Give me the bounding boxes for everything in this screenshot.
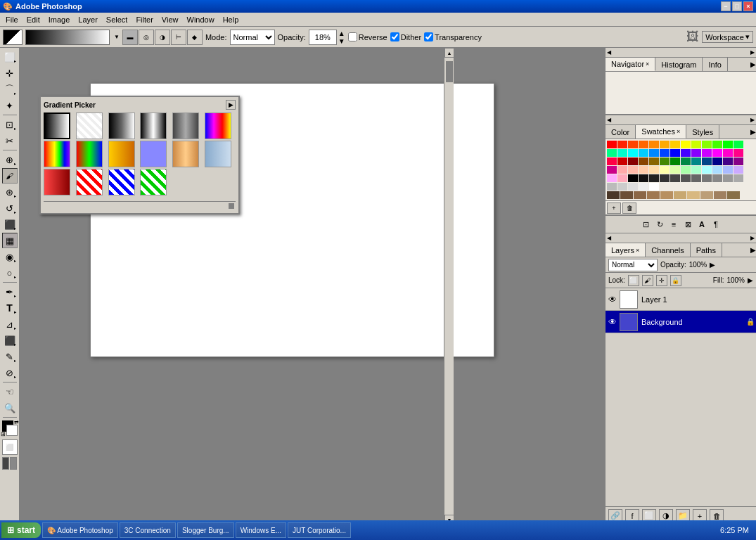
taskbar-item-photoshop[interactable]: 🎨 Adobe Photoshop bbox=[42, 522, 118, 538]
swatch[interactable] bbox=[723, 174, 733, 182]
vscroll-track[interactable] bbox=[444, 58, 454, 515]
fill-arrow[interactable]: ▶ bbox=[748, 276, 753, 284]
swatch-magenta[interactable] bbox=[712, 149, 722, 157]
tab-paths[interactable]: Paths bbox=[691, 243, 722, 257]
swatch[interactable] bbox=[617, 174, 627, 182]
swatch[interactable] bbox=[607, 183, 617, 191]
swatch-brown-10[interactable] bbox=[727, 191, 740, 199]
tab-swatches[interactable]: Swatches × bbox=[636, 125, 686, 139]
workspace-button[interactable]: Workspace ▾ bbox=[702, 31, 753, 43]
swatch[interactable] bbox=[712, 174, 722, 182]
swatch-blue[interactable] bbox=[670, 149, 680, 157]
swatch[interactable] bbox=[660, 149, 669, 157]
swatch[interactable] bbox=[649, 141, 659, 148]
menu-edit[interactable]: Edit bbox=[23, 14, 44, 25]
swatch-brown-6[interactable] bbox=[674, 191, 686, 199]
swatch[interactable] bbox=[660, 174, 669, 182]
reverse-checkbox-label[interactable]: Reverse bbox=[348, 32, 387, 41]
menu-window[interactable]: Window bbox=[183, 14, 219, 25]
dither-checkbox[interactable] bbox=[390, 32, 399, 41]
swatch-brown-5[interactable] bbox=[660, 191, 673, 199]
swatch[interactable] bbox=[702, 149, 712, 157]
mid-tool-text[interactable]: A bbox=[696, 217, 708, 231]
lasso-tool[interactable]: ⌒▸ bbox=[2, 82, 18, 97]
pen-tool[interactable]: ✒▸ bbox=[2, 284, 18, 300]
standard-screen-btn[interactable] bbox=[2, 457, 9, 470]
swatch[interactable] bbox=[733, 158, 743, 165]
eyedropper-tool[interactable]: ⊘▸ bbox=[2, 365, 18, 380]
opacity-up[interactable]: ▲ bbox=[338, 30, 345, 37]
zoom-tool[interactable]: 🔍 bbox=[2, 400, 18, 416]
switch-colors-icon[interactable]: ⇄ bbox=[14, 419, 19, 425]
swatch[interactable] bbox=[712, 141, 722, 148]
tab-histogram[interactable]: Histogram bbox=[655, 58, 703, 71]
swatch-red[interactable] bbox=[607, 141, 617, 148]
swatch[interactable] bbox=[681, 166, 691, 174]
gradient-angle-btn[interactable]: ◑ bbox=[155, 30, 170, 45]
taskbar-item-slogger[interactable]: Slogger Burg... bbox=[177, 522, 234, 538]
top-panel-collapse-left-arrow[interactable]: ◀ bbox=[607, 49, 611, 56]
foreground-bg-swatch[interactable] bbox=[3, 30, 23, 45]
menu-select[interactable]: Select bbox=[102, 14, 132, 25]
taskbar-item-jut[interactable]: JUT Corporatio... bbox=[288, 522, 351, 538]
taskbar-item-3c[interactable]: 3C Connection bbox=[120, 522, 176, 538]
quick-mask-btn[interactable]: ⬜ bbox=[2, 439, 18, 455]
close-button[interactable]: × bbox=[743, 1, 753, 11]
swatch[interactable] bbox=[723, 158, 733, 165]
swatch[interactable] bbox=[617, 166, 627, 174]
mode-select[interactable]: Normal Dissolve Multiply bbox=[230, 30, 275, 45]
swatch[interactable] bbox=[617, 149, 627, 157]
move-tool[interactable]: ✛ bbox=[2, 65, 18, 81]
gradient-swatch-11[interactable] bbox=[205, 141, 231, 167]
swatch[interactable] bbox=[691, 158, 701, 165]
vscroll-up-btn[interactable]: ▲ bbox=[444, 48, 454, 58]
swatch[interactable] bbox=[649, 149, 659, 157]
swatch-cyan[interactable] bbox=[628, 149, 638, 157]
tab-navigator[interactable]: Navigator × bbox=[606, 58, 655, 71]
layers-blend-mode[interactable]: Normal Dissolve Multiply Screen Overlay bbox=[608, 259, 658, 271]
swatch[interactable] bbox=[649, 174, 659, 182]
dither-checkbox-label[interactable]: Dither bbox=[390, 32, 421, 41]
reverse-checkbox[interactable] bbox=[348, 32, 357, 41]
tab-styles[interactable]: Styles bbox=[686, 125, 719, 139]
swatch-brown-8[interactable] bbox=[700, 191, 713, 199]
gradient-radial-btn[interactable]: ◎ bbox=[139, 30, 154, 45]
lock-image-pixels-btn[interactable]: 🖌 bbox=[642, 275, 653, 286]
maximize-button[interactable]: □ bbox=[732, 1, 742, 11]
swatch-brown-1[interactable] bbox=[607, 191, 620, 199]
taskbar-start-button[interactable]: ⊞ start bbox=[1, 522, 41, 538]
swatch[interactable] bbox=[702, 174, 712, 182]
swatch[interactable] bbox=[670, 166, 680, 174]
background-visibility-toggle[interactable]: 👁 bbox=[607, 316, 618, 328]
lock-transparent-pixels-btn[interactable]: ⬜ bbox=[628, 275, 639, 286]
gradient-tool[interactable]: ▦ bbox=[2, 233, 18, 248]
rectangular-marquee-tool[interactable]: ⬜▸ bbox=[2, 49, 18, 65]
opacity-input[interactable] bbox=[309, 30, 337, 45]
gradient-swatch-6[interactable] bbox=[44, 141, 70, 167]
swatch[interactable] bbox=[733, 174, 743, 182]
swatch-white[interactable] bbox=[649, 183, 659, 191]
transparency-checkbox-label[interactable]: Transparency bbox=[424, 32, 482, 41]
tab-info[interactable]: Info bbox=[703, 58, 727, 71]
swatch[interactable] bbox=[628, 141, 638, 148]
swatch[interactable] bbox=[628, 166, 638, 174]
swatch[interactable] bbox=[712, 158, 722, 165]
swatch[interactable] bbox=[702, 166, 712, 174]
mid-tool-paragraph[interactable]: ¶ bbox=[710, 217, 722, 231]
dodge-tool[interactable]: ○▸ bbox=[2, 265, 18, 281]
gradient-swatch-10[interactable] bbox=[172, 141, 199, 167]
menu-filter[interactable]: Filter bbox=[132, 14, 157, 25]
layer-1-visibility-toggle[interactable]: 👁 bbox=[607, 294, 618, 305]
swatch[interactable] bbox=[639, 141, 648, 148]
swatch[interactable] bbox=[628, 158, 638, 165]
swatch[interactable] bbox=[670, 141, 680, 148]
full-screen-btn[interactable] bbox=[10, 457, 17, 470]
swatch[interactable] bbox=[617, 141, 627, 148]
gradient-swatch-12[interactable] bbox=[44, 169, 70, 195]
gradient-linear-btn[interactable]: ▬ bbox=[122, 30, 138, 45]
swatch[interactable] bbox=[660, 158, 669, 165]
mid-tool-1[interactable]: ⊡ bbox=[639, 217, 652, 231]
brush-tool[interactable]: 🖌 bbox=[2, 168, 18, 184]
swatch[interactable] bbox=[607, 149, 617, 157]
swatch[interactable] bbox=[691, 141, 701, 148]
